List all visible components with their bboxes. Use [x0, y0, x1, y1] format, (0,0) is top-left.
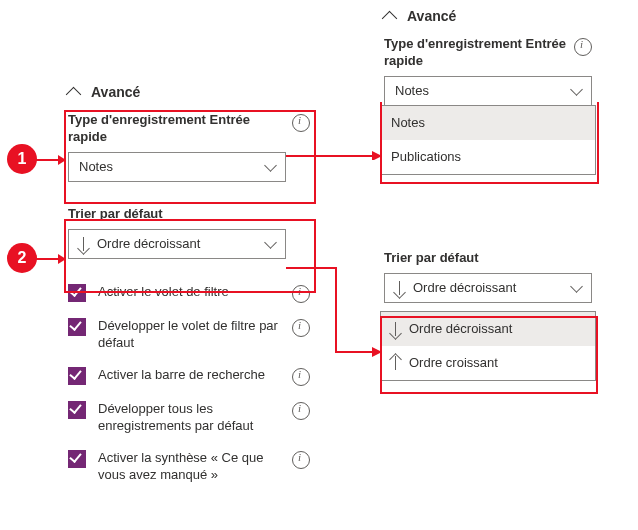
- record-type-label: Type d'enregistrement Entrée rapide: [384, 36, 574, 70]
- chevron-up-icon: [66, 86, 82, 102]
- checkbox-expand-filter-row: Développer le volet de filtre par défaut: [68, 317, 310, 352]
- record-type-value: Notes: [395, 83, 429, 98]
- checkbox-search-bar-label: Activer la barre de recherche: [98, 366, 292, 384]
- checkbox-summary-row: Activer la synthèse « Ce que vous avez m…: [68, 449, 310, 484]
- arrow-marker-1: [36, 152, 66, 168]
- callout-marker-1: 1: [7, 144, 37, 174]
- checkbox-search-bar-row: Activer la barre de recherche: [68, 366, 310, 386]
- chevron-down-icon: [570, 83, 583, 96]
- chevron-up-icon: [382, 10, 398, 26]
- info-icon[interactable]: [292, 319, 310, 337]
- arrow-down-icon: [395, 281, 405, 295]
- checkbox-summary-label: Activer la synthèse « Ce que vous avez m…: [98, 449, 292, 484]
- checkbox-summary[interactable]: [68, 450, 86, 468]
- section-title: Avancé: [407, 8, 456, 24]
- checkbox-expand-all-label: Développer tous les enregistrements par …: [98, 400, 292, 435]
- chevron-down-icon: [570, 280, 583, 293]
- record-type-row: Type d'enregistrement Entrée rapide: [384, 36, 592, 70]
- sort-default-value: Ordre décroissant: [413, 280, 516, 295]
- checkbox-expand-all-row: Développer tous les enregistrements par …: [68, 400, 310, 435]
- highlight-box-1: [64, 110, 316, 204]
- sort-default-label: Trier par défaut: [384, 250, 592, 267]
- section-title: Avancé: [91, 84, 140, 100]
- highlight-box-4: [380, 316, 598, 394]
- sort-default-dropdown[interactable]: Ordre décroissant: [384, 273, 592, 303]
- arrow-marker-2: [36, 251, 66, 267]
- info-icon[interactable]: [292, 368, 310, 386]
- section-header-advanced[interactable]: Avancé: [380, 0, 596, 36]
- checkbox-expand-filter[interactable]: [68, 318, 86, 336]
- checkbox-expand-all[interactable]: [68, 401, 86, 419]
- checkbox-expand-filter-label: Développer le volet de filtre par défaut: [98, 317, 292, 352]
- callout-marker-2: 2: [7, 243, 37, 273]
- info-icon[interactable]: [292, 402, 310, 420]
- highlight-box-3: [380, 102, 599, 184]
- highlight-box-2: [64, 219, 316, 293]
- sort-default-row: Trier par défaut: [384, 250, 592, 267]
- info-icon[interactable]: [574, 38, 592, 56]
- checkbox-search-bar[interactable]: [68, 367, 86, 385]
- info-icon[interactable]: [292, 451, 310, 469]
- section-header-advanced[interactable]: Avancé: [64, 76, 314, 112]
